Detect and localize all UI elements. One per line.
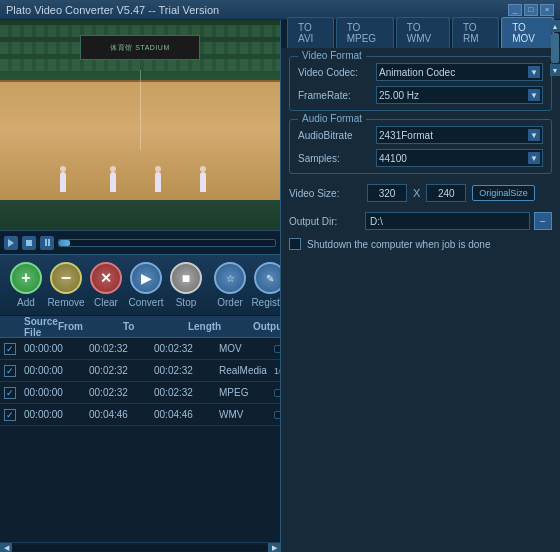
maximize-button[interactable]: □ [524, 4, 538, 16]
window-controls[interactable]: _ □ × [508, 4, 554, 16]
framerate-row: FrameRate: 25.00 Hz ▼ [298, 86, 543, 104]
audiobitrate-row: AudioBitrate 2431Format ▼ [298, 126, 543, 144]
convert-icon: ▶ [130, 262, 162, 294]
audio-format-section: Audio Format AudioBitrate 2431Format ▼ S… [289, 119, 552, 174]
format-tabs: TO AVI TO MPEG TO WMV TO RM TO MOV [281, 20, 560, 48]
row-check-3[interactable] [4, 387, 24, 399]
size-separator: X [413, 187, 420, 199]
row-to-2: 00:02:32 [89, 365, 154, 376]
h-scroll-track[interactable] [13, 545, 267, 551]
stop-tool-button[interactable]: ■ Stop [168, 262, 204, 308]
stop-icon [26, 240, 32, 246]
scroll-left-button[interactable]: ◀ [0, 543, 12, 553]
samples-dropdown-arrow[interactable]: ▼ [528, 152, 540, 164]
minimize-button[interactable]: _ [508, 4, 522, 16]
row-from-1: 00:00:00 [24, 343, 89, 354]
clear-button[interactable]: ✕ Clear [88, 262, 124, 308]
table-row[interactable]: happy.AVI 00:00:00 00:02:32 00:02:32 MOV [0, 338, 280, 360]
checkbox-4[interactable] [4, 409, 16, 421]
row-length-1: 00:02:32 [154, 343, 219, 354]
add-icon: + [10, 262, 42, 294]
play-button[interactable] [4, 236, 18, 250]
video-progress-fill [59, 240, 70, 246]
row-check-4[interactable] [4, 409, 24, 421]
samples-label: Samples: [298, 153, 370, 164]
pause-icon [45, 239, 50, 246]
app-title: Plato Video Converter V5.47 -- Trial Ver… [6, 4, 219, 16]
scroll-track[interactable] [551, 33, 559, 63]
header-output: Output [253, 321, 280, 332]
header-source: Source File [24, 316, 58, 338]
order-label: Order [217, 297, 243, 308]
clear-icon: ✕ [90, 262, 122, 294]
horizontal-scrollbar[interactable]: ◀ ▶ [0, 542, 280, 552]
register-symbol: ✎ [266, 273, 274, 284]
shutdown-checkbox[interactable] [289, 238, 301, 250]
table-row[interactable]: happy.wmv 00:00:00 00:02:32 00:02:32 MPE… [0, 382, 280, 404]
output-dir-row: Output Dir: − [289, 212, 552, 230]
convert-button[interactable]: ▶ Convert [128, 262, 164, 308]
remove-button[interactable]: − Remove [48, 262, 84, 308]
x-symbol: ✕ [100, 270, 112, 286]
scroll-down-button[interactable]: ▼ [550, 64, 560, 76]
convert-label: Convert [128, 297, 163, 308]
vertical-scrollbar[interactable]: ▲ ▼ [550, 20, 560, 542]
order-icon: ☆ [214, 262, 246, 294]
codec-select[interactable]: Animation Codec ▼ [376, 63, 543, 81]
pause-bar-1 [45, 239, 47, 246]
tab-wmv[interactable]: TO WMV [396, 17, 450, 48]
close-button[interactable]: × [540, 4, 554, 16]
remove-label: Remove [47, 297, 84, 308]
framerate-dropdown-arrow[interactable]: ▼ [528, 89, 540, 101]
shutdown-label: Shutdown the computer when job is done [307, 239, 490, 250]
video-progress-bar[interactable] [58, 239, 276, 247]
original-size-button[interactable]: OriginalSize [472, 185, 535, 201]
table-row[interactable]: happy.mcg 00:00:00 00:02:32 00:02:32 Rea… [0, 360, 280, 382]
scroll-up-button[interactable]: ▲ [550, 20, 560, 32]
add-button[interactable]: + Add [8, 262, 44, 308]
row-check-2[interactable] [4, 365, 24, 377]
scroll-thumb[interactable] [551, 33, 559, 63]
row-output-3: MPEG [219, 387, 274, 398]
width-input[interactable] [367, 184, 407, 202]
table-row[interactable]: shenghua.ASF 00:00:00 00:04:46 00:04:46 … [0, 404, 280, 426]
framerate-value: 25.00 Hz [379, 90, 419, 101]
stop-label: Stop [176, 297, 197, 308]
pause-button[interactable] [40, 236, 54, 250]
tab-avi[interactable]: TO AVI [287, 17, 334, 48]
plus-symbol: + [21, 269, 30, 287]
audiobitrate-select[interactable]: 2431Format ▼ [376, 126, 543, 144]
tab-rm[interactable]: TO RM [452, 17, 499, 48]
convert-symbol: ▶ [141, 270, 152, 286]
row-from-3: 00:00:00 [24, 387, 89, 398]
codec-dropdown-arrow[interactable]: ▼ [528, 66, 540, 78]
header-to: To [123, 321, 188, 332]
checkbox-3[interactable] [4, 387, 16, 399]
audiobitrate-dropdown-arrow[interactable]: ▼ [528, 129, 540, 141]
checkbox-2[interactable] [4, 365, 16, 377]
tab-mov[interactable]: TO MOV [501, 17, 554, 48]
minus-symbol: − [61, 269, 72, 287]
output-dir-label: Output Dir: [289, 216, 361, 227]
court-lines [0, 50, 280, 170]
header-length: Length [188, 321, 253, 332]
framerate-select[interactable]: 25.00 Hz ▼ [376, 86, 543, 104]
scroll-right-button[interactable]: ▶ [268, 543, 280, 553]
row-check-1[interactable] [4, 343, 24, 355]
audiobitrate-label: AudioBitrate [298, 130, 370, 141]
samples-select[interactable]: 44100 ▼ [376, 149, 543, 167]
order-button[interactable]: ☆ Order [212, 262, 248, 308]
codec-label: Video Codec: [298, 67, 370, 78]
height-input[interactable] [426, 184, 466, 202]
samples-row: Samples: 44100 ▼ [298, 149, 543, 167]
left-panel: 体育馆 STADIUM [0, 20, 280, 552]
tab-mpeg[interactable]: TO MPEG [336, 17, 394, 48]
add-label: Add [17, 297, 35, 308]
audiobitrate-value: 2431Format [379, 130, 433, 141]
output-dir-input[interactable] [365, 212, 530, 230]
row-length-2: 00:02:32 [154, 365, 219, 376]
checkbox-1[interactable] [4, 343, 16, 355]
file-list: happy.AVI 00:00:00 00:02:32 00:02:32 MOV [0, 338, 280, 542]
row-to-1: 00:02:32 [89, 343, 154, 354]
stop-button[interactable] [22, 236, 36, 250]
